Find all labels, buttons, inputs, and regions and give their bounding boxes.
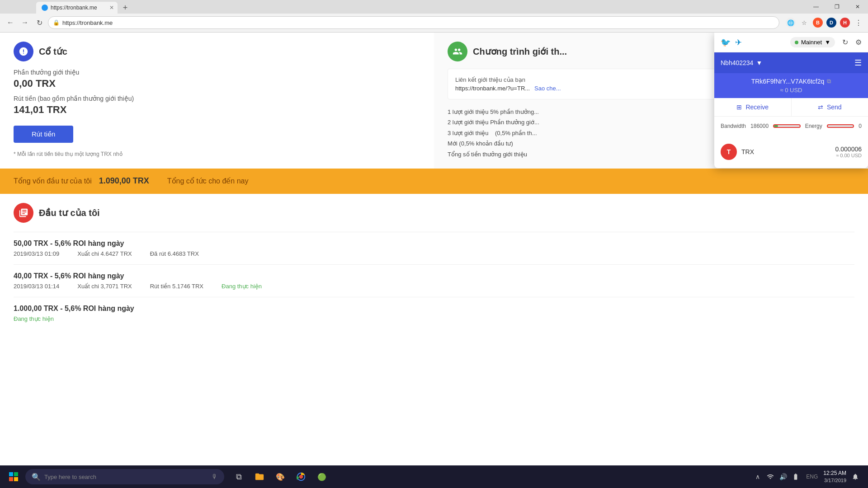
maximize-button[interactable]: ❐	[826, 0, 847, 14]
translate-icon[interactable]: 🌐	[786, 18, 796, 28]
bandwidth-label: Bandwidth	[721, 123, 746, 129]
file-explorer-button[interactable]	[250, 467, 269, 487]
tronlink-address-section: TRk6F9fNrY...V7AK6tcf2q ⧉ ≈ 0 USD	[714, 73, 868, 98]
total-dividend-label: Tổng cổ tức cho đến nay	[167, 177, 249, 185]
system-clock[interactable]: 12:25 AM 3/17/2019	[823, 469, 846, 484]
new-tab-button[interactable]: +	[119, 2, 131, 14]
receive-button[interactable]: ⊞ Receive	[714, 98, 792, 116]
reward-value: 0,00 TRX	[14, 78, 420, 89]
tronlink-topbar: 🐦 ✈ Mainnet ▼ ↻ ⚙	[714, 33, 868, 52]
inv-item-2-rut-tien: Rút tiền 5.1746 TRX	[150, 283, 203, 290]
total-investment-label: Tổng vốn đầu tư của tôi	[14, 177, 92, 185]
reward-label: Phần thưởng giới thiệu	[14, 69, 420, 76]
windows-logo-icon	[9, 472, 18, 481]
extra-app-icon: 🟢	[316, 471, 327, 482]
investment-item-1: 50,00 TRX - 5,6% ROI hàng ngày 2019/03/1…	[14, 232, 854, 264]
address-bar[interactable]: 🔒 https://tronbank.me	[48, 16, 779, 29]
account-name[interactable]: Nbh402234 ▼	[721, 59, 762, 66]
bandwidth-value: 186000	[750, 123, 769, 129]
battery-icon[interactable]	[791, 472, 801, 482]
investment-item-3: 1.000,00 TRX - 5,6% ROI hàng ngày Đang t…	[14, 297, 854, 329]
wallet-address: TRk6F9fNrY...V7AK6tcf2q ⧉	[721, 78, 862, 85]
address-text: TRk6F9fNrY...V7AK6tcf2q	[751, 78, 825, 85]
taskbar-center-icons: ⧉ 🎨 🟢	[230, 467, 331, 487]
start-button[interactable]	[4, 467, 24, 487]
send-label: Send	[827, 103, 842, 111]
inv-item-2-row: 2019/03/13 01:14 Xuất chi 3,7071 TRX Rút…	[14, 283, 854, 290]
token-value: 0.000006	[835, 145, 862, 153]
investment-item-2: 40,00 TRX - 5,6% ROI hàng ngày 2019/03/1…	[14, 264, 854, 297]
ref-link-value: https://tronbank.me/?u=TR...	[455, 85, 530, 92]
dashlane-icon[interactable]: D	[826, 18, 836, 28]
network-selector[interactable]: Mainnet ▼	[790, 37, 835, 47]
paint-button[interactable]: 🎨	[271, 467, 289, 487]
token-row-trx[interactable]: T TRX 0.000006 ≈ 0.00 USD	[721, 140, 862, 164]
cotuc-card: Cổ tức Phần thưởng giới thiệu 0,00 TRX R…	[0, 33, 434, 169]
reload-button[interactable]: ↻	[33, 17, 45, 28]
back-button[interactable]: ←	[5, 17, 16, 28]
tronlink-refresh-icon[interactable]: ↻	[842, 38, 848, 47]
tab-favicon	[42, 5, 48, 11]
receive-label: Receive	[745, 103, 769, 111]
bookmark-icon[interactable]: ☆	[799, 18, 809, 28]
network-icon[interactable]	[765, 472, 775, 482]
copy-link-button[interactable]: Sao che...	[534, 85, 561, 92]
cotuc-icon	[14, 42, 33, 61]
extension-icons: 🌐 ☆ B D H ⋮	[786, 18, 863, 28]
taskbar: 🔍 Type here to search 🎙 ⧉ 🎨 🟢 ∧	[0, 465, 868, 488]
system-tray-icons: ∧ 🔊	[753, 472, 801, 482]
investment-icon	[14, 203, 33, 223]
honey-icon[interactable]: H	[840, 18, 850, 28]
inv-item-2-title: 40,00 TRX - 5,6% ROI hàng ngày	[14, 272, 854, 280]
energy-value: 0	[859, 123, 862, 129]
minimize-button[interactable]: —	[806, 0, 826, 14]
chrome-button[interactable]	[292, 467, 310, 487]
file-explorer-icon	[254, 471, 265, 482]
cotuc-title: Cổ tức	[39, 46, 67, 57]
energy-bar	[827, 124, 854, 128]
network-name: Mainnet	[801, 39, 822, 46]
brave-icon[interactable]: B	[813, 18, 823, 28]
copy-address-icon[interactable]: ⧉	[827, 78, 831, 85]
telegram-icon[interactable]: ✈	[735, 38, 742, 47]
tronlink-actions: ⊞ Receive ⇄ Send	[714, 98, 868, 117]
task-view-button[interactable]: ⧉	[230, 467, 248, 487]
tab-close-button[interactable]: ✕	[109, 5, 114, 11]
tronlink-settings-icon[interactable]: ⚙	[855, 38, 862, 47]
send-icon: ⇄	[818, 103, 823, 111]
tab-title: https://tronbank.me	[51, 5, 97, 11]
twitter-icon[interactable]: 🐦	[721, 38, 731, 47]
investment-section: Đầu tư của tôi 50,00 TRX - 5,6% ROI hàng…	[0, 194, 868, 338]
microphone-icon[interactable]: 🎙	[212, 473, 218, 480]
yellow-bar: Tổng vốn đầu tư của tôi 1.090,00 TRX Tổn…	[0, 169, 868, 194]
inv-item-2-status: Đang thực hiện	[222, 283, 262, 290]
close-button[interactable]: ✕	[847, 0, 868, 14]
total-investment-value: 1.090,00 TRX	[99, 176, 149, 186]
bandwidth-bar-fill	[774, 125, 778, 127]
extra-app-button[interactable]: 🟢	[313, 467, 331, 487]
notification-center-button[interactable]	[850, 467, 861, 487]
date-display: 3/17/2019	[823, 477, 846, 484]
inv-item-2-xuat-chi: Xuất chi 3,7071 TRX	[77, 283, 132, 290]
network-chevron-icon: ▼	[825, 39, 830, 46]
total-investment-item: Tổng vốn đầu tư của tôi 1.090,00 TRX	[14, 176, 149, 186]
language-indicator[interactable]: ENG	[804, 474, 820, 480]
search-icon: 🔍	[32, 473, 41, 481]
taskbar-search[interactable]: 🔍 Type here to search 🎙	[25, 469, 224, 484]
forward-button[interactable]: →	[19, 17, 31, 28]
lock-icon: 🔒	[53, 19, 60, 26]
tronlink-resources: Bandwidth 186000 Energy 0	[714, 117, 868, 136]
more-menu-button[interactable]: ⋮	[854, 18, 863, 28]
search-input-text: Type here to search	[44, 474, 96, 480]
hamburger-menu-icon[interactable]: ☰	[854, 58, 862, 68]
rut-tien-button[interactable]: Rút tiền	[14, 126, 73, 143]
inv-item-1-title: 50,00 TRX - 5,6% ROI hàng ngày	[14, 239, 854, 248]
browser-tab[interactable]: https://tronbank.me ✕	[36, 2, 118, 14]
up-arrow-icon[interactable]: ∧	[753, 472, 763, 482]
token-usd: ≈ 0.00 USD	[835, 153, 862, 158]
withdraw-label: Rút tiền (bao gồm phần thưởng giới thiệu…	[14, 95, 420, 102]
tronlink-popup: 🐦 ✈ Mainnet ▼ ↻ ⚙ Nbh402234 ▼ ☰ TRk6F9fN…	[714, 33, 868, 168]
investment-header: Đầu tư của tôi	[14, 203, 854, 223]
send-button[interactable]: ⇄ Send	[792, 98, 868, 116]
volume-icon[interactable]: 🔊	[778, 472, 788, 482]
